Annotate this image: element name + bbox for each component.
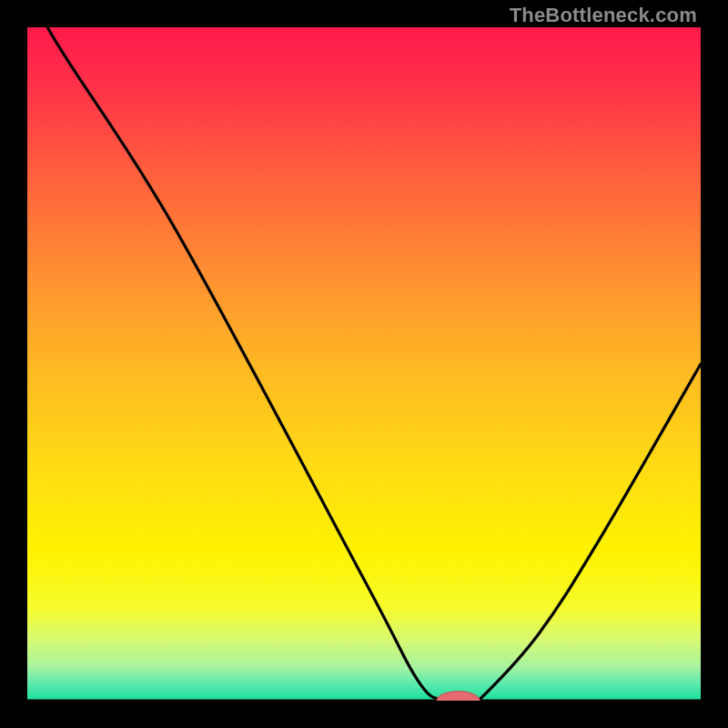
chart-frame: TheBottleneck.com [0, 0, 728, 728]
watermark-text: TheBottleneck.com [510, 4, 697, 27]
bottleneck-curve-chart [27, 27, 701, 701]
plot-area [27, 27, 701, 701]
gradient-background [27, 27, 701, 701]
